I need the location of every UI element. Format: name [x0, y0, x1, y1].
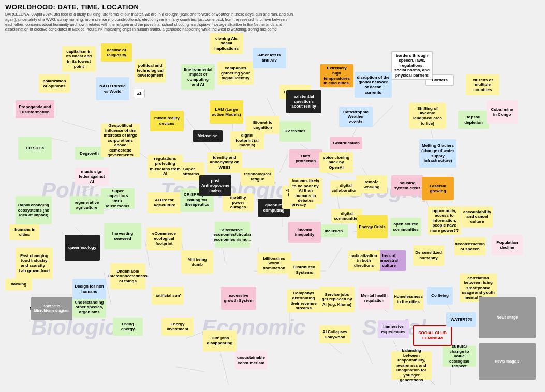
mind-map-node-political-tech[interactable]: political and technological development	[135, 59, 166, 82]
mind-map-node-degrowth[interactable]: Degrowth	[75, 147, 104, 160]
mind-map-node-immersive[interactable]: immersive experiences	[378, 320, 409, 338]
mind-map-node-music-sign[interactable]: music sign letter against AI	[75, 168, 109, 186]
mind-map-node-mobility-power[interactable]: mobility power outages	[223, 193, 254, 212]
mind-map-node-excessive-growth[interactable]: excessive growth System	[221, 287, 256, 310]
mind-map-node-opportunity-info[interactable]: opportunity, access to information, peop…	[428, 206, 461, 235]
svg-line-11	[373, 105, 393, 126]
mind-map-node-companies-data[interactable]: companies gathering your digital identit…	[217, 62, 254, 85]
mind-map-node-milli-dumb[interactable]: Mili being dumb	[181, 250, 213, 274]
mind-map-node-queer-ecology[interactable]: queer ecology	[65, 235, 100, 261]
mind-map-node-x2[interactable]: x2	[134, 89, 145, 98]
page-header: WORLDHOOD: DATE, TIME, LOCATION BARCELON…	[0, 0, 545, 33]
mind-map-node-post-anthropo[interactable]: post Anthropocene maker	[199, 175, 231, 196]
mind-map-node-mixed-reality[interactable]: mixed reality devices	[150, 111, 184, 131]
svg-line-41	[176, 367, 204, 372]
mind-map-node-harvesting-seaweed[interactable]: harvesting seaweed	[104, 223, 141, 249]
mind-map-node-living-energy[interactable]: Living energy	[113, 318, 143, 336]
mind-map-node-tech-fatigue[interactable]: technological fatigue	[241, 168, 274, 186]
mind-map-node-catastrophic-weather[interactable]: Catastrophic Weather events	[339, 107, 373, 127]
mind-map-node-voice-cloning[interactable]: voice cloning back by OpenAI	[319, 152, 353, 173]
mind-map-node-nato-russia[interactable]: NATO Russia vs World	[96, 77, 129, 100]
mind-map-node-radicalization[interactable]: radicalization in both directions	[348, 250, 380, 271]
mind-map-node-water[interactable]: WATER??!	[446, 312, 476, 327]
mind-map-node-data-protection[interactable]: Data protection	[289, 149, 322, 168]
mind-map-node-artificial-sun[interactable]: 'artificial sun'	[152, 287, 184, 305]
mind-map-node-fast-food-industry[interactable]: Fast changing food industry and scarcity…	[16, 248, 53, 279]
mind-map-node-uv-textiles[interactable]: UV textiles	[279, 121, 311, 142]
svg-line-7	[279, 155, 288, 173]
mind-map-node-citizens-multiple[interactable]: citizens of multiple countries	[466, 74, 499, 95]
mind-map-node-energy-invest[interactable]: Energy Investment	[161, 318, 194, 336]
mind-map-node-metaverse[interactable]: Metaverse	[193, 130, 223, 142]
mind-map-node-co-living[interactable]: Co living	[427, 287, 453, 305]
mind-map-node-identity-web3[interactable]: Identity and annonymity on WEB3	[207, 152, 242, 173]
mind-map-node-energy-crisis[interactable]: Energy Crisis	[357, 215, 388, 238]
mind-map-node-regen-agri[interactable]: regenerative agriculture	[70, 196, 104, 214]
mind-map-node-service-jobs-ai[interactable]: Service jobs get replaced by AI (e.g. Kl…	[319, 287, 355, 312]
page-subtitle: BARCELONA, 3 April 2024, 3rd floor of a …	[5, 12, 295, 32]
mind-map-node-billionaires[interactable]: billionaires world domination	[257, 253, 291, 274]
mind-map-node-humans-cities[interactable]: -humans in cities	[9, 224, 39, 240]
mind-map-node-open-source[interactable]: open source communities	[390, 218, 421, 236]
mind-map-node-borders-speech[interactable]: borders through speech, laws, regulation…	[391, 51, 433, 80]
mind-map-node-extreme-heat[interactable]: Extremely high temperatures in cold citi…	[320, 64, 353, 87]
mind-map-node-capitalism[interactable]: capitalism in its finest and in its lowe…	[62, 46, 96, 72]
mind-map-node-shifting-land[interactable]: Shifting of liveable land(ideal area to …	[409, 103, 446, 129]
mind-map-node-housing-crisis[interactable]: housing system crisis	[391, 175, 423, 196]
svg-line-25	[362, 341, 373, 364]
mind-map-canvas: Politi...Technological...Geograp...Biolo…	[0, 33, 545, 385]
mind-map-node-hacking[interactable]: hacking	[5, 279, 32, 290]
mind-map-node-balancing-resp[interactable]: balancing between responsibility, awaren…	[391, 351, 432, 380]
mind-map-node-decline-religiosity[interactable]: decline of religiosity	[101, 43, 132, 62]
mind-map-node-fascism-growing[interactable]: Fascism growing	[422, 177, 454, 200]
mind-map-node-social-club-fem[interactable]: SOCIAL CLUB FEMINISM	[413, 325, 452, 346]
image-0: Synthetic Microbiome diagram	[31, 297, 72, 320]
svg-line-19	[329, 248, 342, 268]
mind-map-node-polarization[interactable]: polarization of opinions	[39, 74, 70, 93]
mind-map-node-distributed[interactable]: Distributed Systems	[288, 261, 320, 279]
mind-map-node-understanding-organisms[interactable]: understanding other species, organisms	[72, 297, 106, 318]
mind-map-node-eu-sdgs[interactable]: EU SDGs	[18, 137, 52, 160]
mind-map-node-lam[interactable]: LAM (Large action Models)	[210, 100, 243, 124]
mind-map-node-companys-revenue[interactable]: Companys distributing their revenue stre…	[287, 289, 320, 312]
mind-map-node-unsustainable[interactable]: unsustainable consumerism	[235, 351, 267, 369]
mind-map-node-alt-economies[interactable]: alternative economies/circular economies…	[215, 222, 250, 248]
mind-map-node-old-jobs[interactable]: 'Old' jobs disappearing	[203, 330, 237, 351]
mind-map-node-propaganda[interactable]: Propaganda and Disinformation	[16, 100, 54, 118]
mind-map-node-undeniable-interconnect[interactable]: Undeniable interconnectedness of things	[110, 263, 145, 289]
mind-map-node-topsoil[interactable]: topsoil depletion	[458, 111, 489, 129]
mind-map-node-design-nonhumans[interactable]: Design for non humans	[72, 279, 106, 299]
mind-map-node-deconstruction[interactable]: deconstruction of speech	[454, 237, 485, 255]
mind-map-node-amer-left-anti-ai[interactable]: Amer left is anti AI?	[253, 48, 286, 68]
mind-map-node-inclusion[interactable]: inclusion	[319, 224, 348, 237]
image-2: News image 2	[479, 343, 536, 380]
mind-map-node-rapid-ecosystems[interactable]: Rapid changing ecosystems (no idea of im…	[16, 196, 52, 224]
mind-map-node-accountability[interactable]: accountability and cancel culture	[462, 206, 493, 227]
mind-map-node-remote-working[interactable]: remote working	[356, 175, 387, 193]
mind-map-node-ai-hollywood[interactable]: AI Collapses Hollywood	[319, 325, 350, 343]
mind-map-node-humans-ai[interactable]: humans likely to be poor by AI than huma…	[289, 178, 322, 204]
image-1: News image	[479, 297, 536, 338]
mind-map-node-population-decline[interactable]: Population decline	[492, 235, 523, 255]
mind-map-node-env-impact[interactable]: Environmental impact of computing and AI	[181, 64, 215, 90]
svg-line-1	[62, 121, 96, 131]
mind-map-node-gentrification[interactable]: Gentrification	[330, 137, 362, 149]
mind-map-node-exis-questions[interactable]: existential questions about reality	[286, 90, 321, 113]
mind-map-node-desensitized[interactable]: De-sensitized humanity	[413, 245, 444, 266]
mind-map-node-cultural-eco[interactable]: cultural change to value ecological resp…	[443, 346, 476, 367]
mind-map-node-digital-footprint[interactable]: digital footprint (ai models)	[230, 131, 264, 149]
mind-map-node-mental-health[interactable]: Mental health regulation	[359, 287, 390, 310]
mind-map-node-cloning-ai[interactable]: cloning AIs social implications	[210, 33, 243, 54]
mind-map-node-melting-glaciers[interactable]: Melting Glaciers (change of water supply…	[419, 139, 456, 168]
mind-map-node-income-ineq[interactable]: Income inequality	[288, 222, 321, 243]
mind-map-node-cobalt-congo[interactable]: Cobal mine in Congo	[487, 100, 518, 124]
mind-map-node-homelessness[interactable]: Homelessness in the cities	[393, 289, 423, 310]
mind-map-node-disruption-ocean[interactable]: disruption of the global network of ocea…	[355, 72, 392, 98]
mind-map-node-ai-drones[interactable]: AI Drc for Agriculture	[148, 192, 181, 213]
mind-map-node-geopolitical[interactable]: Geopolitical influence of the interests …	[101, 124, 140, 157]
mind-map-node-ecommerce-eco[interactable]: eCommerce ecological footprint	[146, 227, 182, 250]
mind-map-node-regul-musicians[interactable]: regulations protecting musicians from AI	[148, 155, 183, 178]
svg-line-5	[230, 116, 233, 183]
page-title: WORLDHOOD: DATE, TIME, LOCATION	[5, 3, 540, 11]
mind-map-node-super-caps[interactable]: Super capacitors thru Mushrooms	[101, 188, 135, 209]
